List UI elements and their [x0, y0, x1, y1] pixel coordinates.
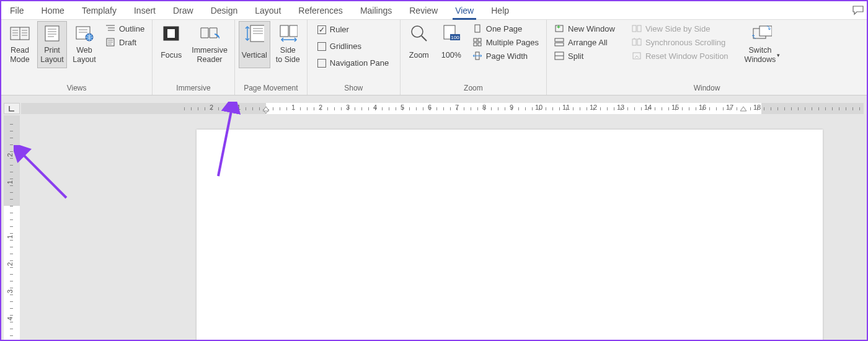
reset-position-label: Reset Window Position: [645, 51, 728, 61]
zoom-100-button[interactable]: 100 100%: [436, 21, 466, 68]
menu-home[interactable]: Home: [33, 1, 73, 19]
one-page-icon: [472, 24, 482, 33]
synchronous-scrolling-button: Synchronous Scrolling: [628, 36, 732, 48]
menu-help[interactable]: Help: [482, 1, 518, 19]
checkbox-icon: [317, 59, 326, 68]
ruler-checkbox[interactable]: Ruler: [314, 24, 392, 35]
reset-window-position-button: Reset Window Position: [628, 50, 732, 62]
group-window-label: Window: [551, 82, 863, 95]
reset-position-icon: [632, 51, 642, 61]
vertical-button[interactable]: Vertical: [239, 21, 270, 68]
svg-rect-39: [475, 25, 480, 32]
page-width-label: Page Width: [486, 51, 528, 61]
menu-references[interactable]: References: [290, 1, 352, 19]
svg-rect-25: [167, 29, 175, 38]
read-mode-button[interactable]: ReadMode: [5, 21, 35, 68]
arrange-all-icon: [554, 37, 564, 47]
group-immersive: Focus ImmersiveReader Immersive: [153, 20, 235, 95]
group-zoom: Zoom 100 100% One Page Multiple Pages Pa…: [401, 20, 547, 95]
outline-button[interactable]: Outline: [102, 22, 148, 35]
hanging-indent-marker[interactable]: [263, 104, 269, 109]
document-page[interactable]: [197, 130, 823, 341]
svg-rect-54: [632, 39, 636, 45]
focus-icon: [161, 24, 181, 43]
svg-rect-41: [478, 38, 481, 42]
menu-file[interactable]: File: [1, 1, 33, 19]
vertical-icon: [244, 24, 264, 43]
svg-text:+: +: [557, 24, 560, 30]
svg-point-34: [412, 26, 423, 37]
navigation-pane-checkbox[interactable]: Navigation Pane: [314, 57, 392, 69]
one-page-button[interactable]: One Page: [469, 22, 542, 35]
side-to-side-label: Sideto Side: [276, 45, 300, 66]
svg-line-59: [21, 153, 66, 198]
gridlines-label: Gridlines: [330, 42, 361, 51]
multiple-pages-icon: [472, 37, 482, 47]
menu-insert[interactable]: Insert: [125, 1, 164, 19]
group-page-movement-label: Page Movement: [239, 82, 303, 95]
web-layout-icon: [74, 24, 94, 43]
vertical-ruler[interactable]: 211234: [4, 115, 20, 340]
new-window-label: New Window: [568, 24, 615, 33]
group-window: + New Window Arrange All Split View Side…: [547, 20, 867, 95]
immersive-reader-icon: [200, 24, 219, 43]
menu-view[interactable]: View: [446, 1, 482, 19]
side-by-side-icon: [632, 24, 642, 33]
outline-label: Outline: [119, 24, 144, 33]
menu-layout[interactable]: Layout: [246, 1, 290, 19]
svg-rect-55: [637, 39, 641, 45]
view-side-by-side-button: View Side by Side: [628, 22, 732, 35]
ruler-label: Ruler: [330, 25, 349, 34]
zoom-button[interactable]: Zoom: [404, 21, 434, 68]
sync-scroll-icon: [632, 37, 642, 47]
new-window-icon: +: [554, 24, 564, 33]
svg-rect-52: [632, 25, 636, 32]
focus-button[interactable]: Focus: [156, 21, 186, 68]
svg-rect-58: [760, 26, 772, 36]
draft-label: Draft: [119, 38, 136, 47]
menu-draw[interactable]: Draw: [164, 1, 202, 19]
draft-icon: [105, 37, 115, 47]
checkbox-icon: [317, 25, 326, 34]
immersive-reader-button[interactable]: ImmersiveReader: [188, 21, 231, 68]
print-layout-button[interactable]: PrintLayout: [37, 21, 67, 68]
annotation-arrow: [14, 145, 76, 207]
sync-scroll-label: Synchronous Scrolling: [645, 38, 725, 47]
menu-design[interactable]: Design: [202, 1, 247, 19]
svg-rect-49: [555, 43, 564, 46]
split-button[interactable]: Split: [551, 50, 619, 62]
switch-windows-button[interactable]: SwitchWindows▾: [742, 21, 784, 68]
svg-rect-31: [280, 25, 288, 37]
svg-rect-42: [474, 43, 477, 46]
zoom-100-label: 100%: [441, 45, 461, 66]
one-page-label: One Page: [486, 24, 523, 33]
split-icon: [554, 51, 564, 61]
group-show-label: Show: [311, 82, 396, 95]
menubar: File Home Templafy Insert Draw Design La…: [1, 1, 867, 20]
group-page-movement: Vertical Sideto Side Page Movement: [235, 20, 308, 95]
ribbon: ReadMode PrintLayout WebLayout Outline D…: [1, 20, 867, 95]
comments-icon[interactable]: [849, 1, 867, 19]
switch-windows-icon: [752, 24, 772, 43]
page-width-button[interactable]: Page Width: [469, 50, 542, 62]
web-layout-button[interactable]: WebLayout: [69, 21, 99, 68]
side-to-side-button[interactable]: Sideto Side: [273, 21, 303, 68]
split-label: Split: [568, 51, 583, 61]
right-indent-marker[interactable]: [740, 104, 746, 109]
menu-review[interactable]: Review: [401, 1, 446, 19]
tab-selector[interactable]: [4, 103, 20, 114]
draft-button[interactable]: Draft: [102, 36, 148, 48]
horizontal-ruler[interactable]: 21123456789101112131415161718: [21, 103, 864, 114]
group-immersive-label: Immersive: [156, 82, 231, 95]
group-views-label: Views: [5, 82, 148, 95]
svg-line-35: [422, 36, 427, 41]
read-mode-icon: [10, 24, 30, 43]
document-area: 21123456789101112131415161718 211234: [1, 95, 867, 340]
side-to-side-icon: [278, 24, 298, 43]
menu-mailings[interactable]: Mailings: [352, 1, 401, 19]
new-window-button[interactable]: + New Window: [551, 22, 619, 35]
gridlines-checkbox[interactable]: Gridlines: [314, 40, 392, 52]
menu-templafy[interactable]: Templafy: [73, 1, 125, 19]
multiple-pages-button[interactable]: Multiple Pages: [469, 36, 542, 48]
arrange-all-button[interactable]: Arrange All: [551, 36, 619, 48]
